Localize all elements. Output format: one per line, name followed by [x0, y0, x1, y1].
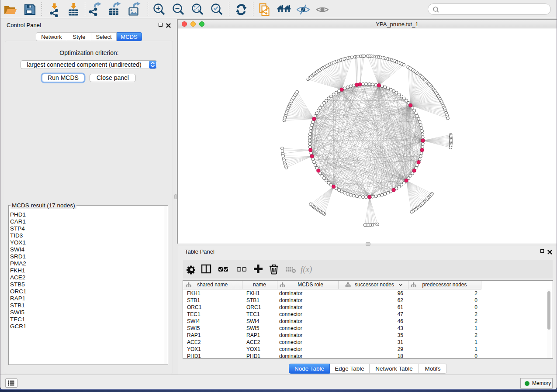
- svg-text:f(x): f(x): [301, 265, 312, 274]
